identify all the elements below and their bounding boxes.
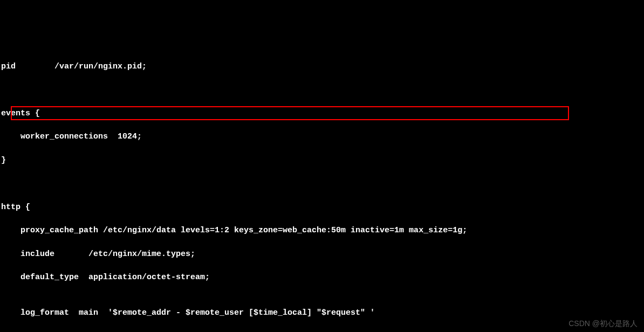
code-line: worker_connections 1024; [1, 131, 644, 143]
code-line: log_format main '$remote_addr - $remote_… [1, 307, 644, 319]
code-line: events { [1, 108, 644, 120]
code-line-highlighted: proxy_cache_path /etc/nginx/data levels=… [1, 225, 644, 237]
terminal-code-block: pid /var/run/nginx.pid; events { worker_… [1, 49, 644, 332]
code-line: http { [1, 202, 644, 213]
code-line: include /etc/nginx/mime.types; [1, 248, 644, 260]
code-line: } [1, 155, 644, 167]
code-line: pid /var/run/nginx.pid; [1, 61, 644, 73]
code-line: default_type application/octet-stream; [1, 272, 644, 283]
watermark-text: CSDN @初心是路人 [568, 318, 638, 329]
